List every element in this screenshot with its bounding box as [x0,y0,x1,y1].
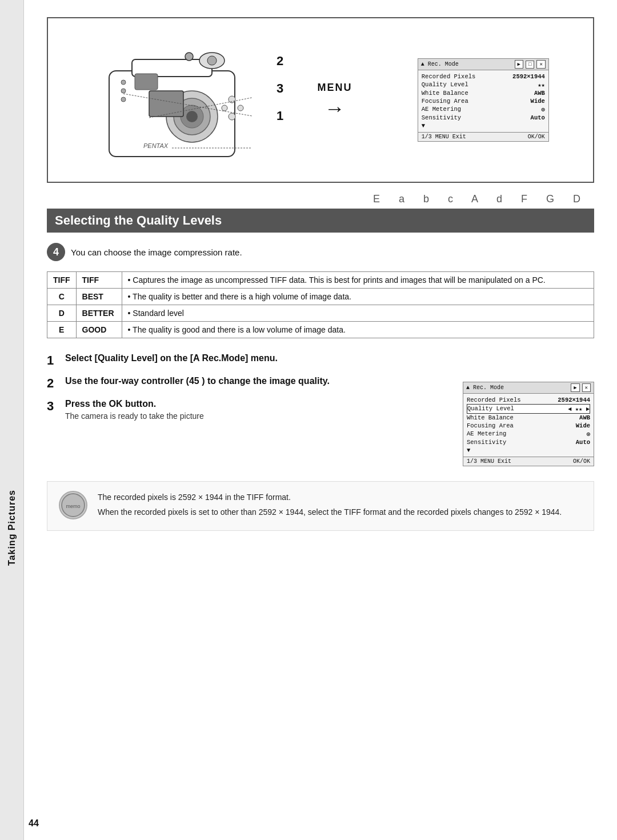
menu-title-1: ▲ Rec. Mode ▶ □ ✕ [418,59,548,70]
menu-nav-2: ▶ ✕ [571,383,591,392]
svg-text:PENTAX: PENTAX [143,142,169,149]
svg-point-16 [238,105,243,111]
menu-title-icon-1: ▲ Rec. Mode [421,61,459,67]
step-num-1: 1 [47,353,58,368]
step-1: 1 Select [Quality Level] on the [A Rec.M… [47,353,446,368]
diagram-num-2: 2 [277,54,283,69]
table-cell-desc-good: • The quality is good and there is a low… [122,322,594,338]
steps-left: 1 Select [Quality Level] on the [A Rec.M… [47,353,446,466]
table-cell-name-good: GOOD [76,322,122,338]
steps-section: 1 Select [Quality Level] on the [A Rec.M… [47,353,594,466]
menu-label: MENU [317,82,352,94]
menu-row-2-focus: Focusing Area Wide [467,422,590,430]
menu-row-2-more: ▼ [467,446,590,454]
memo-bullet-2: When the recorded pixels is set to other… [98,506,562,518]
intro-text: You can choose the image compression rat… [71,247,242,257]
menu-screen-2: ▲ Rec. Mode ▶ ✕ Recorded Pixels 2592×194… [463,382,594,466]
diagram-num-1: 1 [277,109,283,123]
step-title-2: Use the four-way controller (45 ) to cha… [65,376,330,386]
table-cell-name-tiff: TIFF [76,272,122,289]
sidebar-label: Taking Pictures [0,490,24,566]
svg-point-18 [222,105,227,111]
step-num-3: 3 [47,399,58,414]
menu-title-2: ▲ Rec. Mode ▶ ✕ [463,382,594,394]
step-3: 3 Press the OK button. The camera is rea… [47,399,446,421]
table-row: C BEST • The quality is better and there… [47,289,594,305]
menu-row-2-wb: White Balance AWB [467,414,590,422]
quality-table: TIFF TIFF • Captures the image as uncomp… [47,271,594,338]
menu-row-focus: Focusing Area Wide [422,97,545,105]
menu-row-quality: Quality Level ★★ [422,81,545,89]
menu-row-2-quality: Quality Level ◄ ★★ ► [467,404,590,414]
diagram-num-3: 3 [277,81,283,96]
memo-text: The recorded pixels is 2592 × 1944 in th… [98,491,562,521]
svg-rect-14 [149,91,183,117]
intro-line: 4 You can choose the image compression r… [47,243,594,261]
step-content-3: Press the OK button. The camera is ready… [65,399,204,421]
memo-icon: memo [59,491,87,519]
step-title-1: Select [Quality Level] on the [A Rec.Mod… [65,353,278,363]
svg-point-3 [207,56,217,65]
menu-row-more: ▼ [422,122,545,130]
table-cell-letter-e: E [47,322,77,338]
menu-row-wb: White Balance AWB [422,89,545,97]
nav-box-x: ✕ [536,60,545,69]
menu-arrow: MENU → [317,82,352,119]
menu-footer-2: 1/3 MENU Exit OK/OK [463,457,594,466]
arrow-right-icon: → [324,98,345,119]
svg-point-6 [121,80,126,85]
step-content-1: Select [Quality Level] on the [A Rec.Mod… [65,353,278,365]
menu-rows-2: Recorded Pixels 2592×1944 Quality Level … [463,394,594,457]
svg-point-13 [186,111,198,122]
svg-point-17 [229,113,235,120]
menu-row-2-sens: Sensitivity Auto [467,438,590,446]
nav-box-sq: □ [526,61,534,69]
table-row: E GOOD • The quality is good and there i… [47,322,594,338]
menu-title-icon-2: ▲ Rec. Mode [466,385,504,391]
svg-rect-5 [135,74,158,90]
table-cell-name-better: BETTER [76,305,122,322]
nav-box-play-2: ▶ [571,383,579,392]
table-cell-name-best: BEST [76,289,122,305]
svg-point-8 [121,97,126,102]
menu-row-ae: AE Metering ⊙ [422,105,545,114]
menu-row-sensitivity: Sensitivity Auto [422,114,545,122]
sidebar: Taking Pictures [0,0,24,840]
section-heading: Selecting the Quality Levels [47,209,594,233]
menu-nav-1: ▶ □ ✕ [515,60,546,69]
memo-bullet-1: The recorded pixels is 2592 × 1944 in th… [98,491,562,503]
table-cell-letter-tiff: TIFF [47,272,77,289]
letter-nav: E a b c A d F G D [47,193,594,205]
table-cell-desc-tiff: • Captures the image as uncompressed TIF… [122,272,594,289]
menu-rows-1: Recorded Pixels 2592×1944 Quality Level … [418,70,548,132]
step-num-2: 2 [47,376,58,391]
step-circle-4: 4 [47,243,65,261]
nav-box-play: ▶ [515,60,523,69]
table-cell-letter-c: C [47,289,77,305]
table-row: TIFF TIFF • Captures the image as uncomp… [47,272,594,289]
table-row: D BETTER • Standard level [47,305,594,322]
memo-section: memo The recorded pixels is 2592 × 1944 … [47,481,594,531]
nav-box-x-2: ✕ [582,383,591,392]
camera-illustration: PENTAX 2 3 1 [92,37,252,164]
table-cell-desc-better: • Standard level [122,305,594,322]
step-desc-3: The camera is ready to take the picture [65,411,204,421]
menu-row-2-ae: AE Metering ⊙ [467,430,590,438]
svg-point-7 [121,89,126,93]
main-content: PENTAX 2 3 1 MENU → ▲ Rec. Mode ▶ [24,0,617,840]
menu-screen-1: ▲ Rec. Mode ▶ □ ✕ Recorded Pixels 2592×1… [418,58,549,142]
step-title-3: Press the OK button. [65,399,204,409]
table-cell-letter-d: D [47,305,77,322]
step-content-2: Use the four-way controller (45 ) to cha… [65,376,330,388]
svg-point-4 [185,53,193,61]
top-diagram: PENTAX 2 3 1 MENU → ▲ Rec. Mode ▶ [47,17,594,183]
table-cell-desc-best: • The quality is better and there is a h… [122,289,594,305]
menu-footer-1: 1/3 MENU Exit OK/OK [418,132,548,141]
svg-point-15 [229,96,235,103]
svg-text:memo: memo [66,503,80,509]
menu-row-recorded-pixels: Recorded Pixels 2592×1944 [422,73,545,81]
menu-row-2-recorded: Recorded Pixels 2592×1944 [467,396,590,404]
step-2: 2 Use the four-way controller (45 ) to c… [47,376,446,391]
